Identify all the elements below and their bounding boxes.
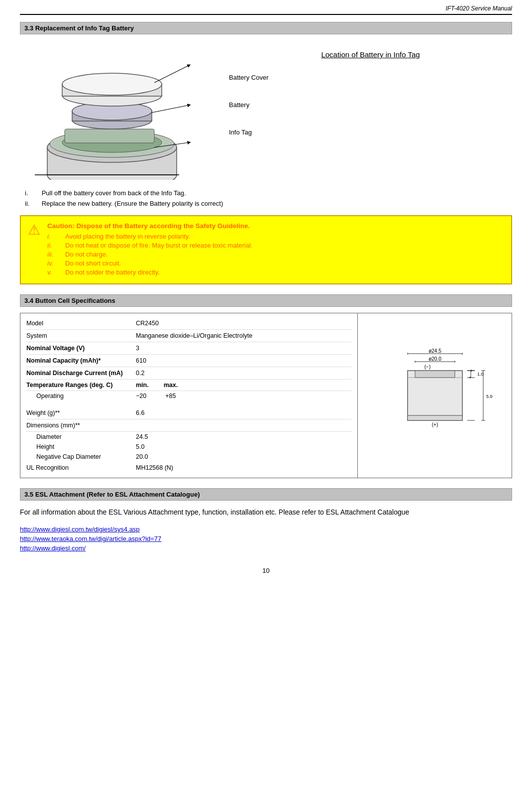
spec-value-voltage: 3 — [136, 345, 139, 352]
caution-item-iv: iv. Do not short circuit. — [47, 260, 504, 267]
spec-value-system: Manganese dioxide–Li/Organic Electrolyte — [136, 332, 252, 339]
manual-title: IFT-4020 Service Manual — [445, 5, 512, 12]
battery-dimension-svg: ø24.5 ø20.0 (−) — [368, 346, 502, 445]
page-number: 10 — [20, 567, 512, 574]
svg-point-11 — [62, 73, 162, 95]
svg-rect-27 — [408, 415, 462, 420]
spec-value-ul: MH12568 (N) — [136, 464, 173, 471]
spec-row-weight: Weight (g)** 6.6 — [26, 407, 351, 419]
spec-row-temp: Temperature Ranges (deg. C) min. max. — [26, 380, 351, 391]
svg-line-12 — [154, 65, 189, 83]
caution-box: ⚠ Caution: Dispose of the Battery accord… — [20, 215, 512, 284]
battery-cover-label: Battery Cover — [229, 74, 268, 81]
links-container: http://www.digiesl.com.tw/digiesl/sys4.a… — [20, 526, 512, 552]
spec-row-model: Model CR2450 — [26, 317, 351, 330]
warning-icon: ⚠ — [28, 223, 40, 237]
section-35-header: 3.5 ESL Attachment (Refer to ESL Attachm… — [20, 488, 512, 501]
link-2[interactable]: http://www.teraoka.com.tw/digi/article.a… — [20, 535, 512, 542]
specs-diagram: ø24.5 ø20.0 (−) — [357, 313, 512, 478]
page-container: IFT-4020 Service Manual 3.3 Replacement … — [0, 0, 532, 795]
spec-value-discharge: 0.2 — [136, 370, 144, 377]
svg-line-13 — [152, 105, 189, 113]
info-tag-label-line: Info Tag — [229, 129, 512, 136]
instruction-i: Pull off the battery cover from back of … — [25, 189, 512, 197]
caution-title: Caution: Dispose of the Battery accordin… — [47, 222, 504, 230]
spec-value-weight: 6.6 — [136, 409, 144, 416]
link-3[interactable]: http://www.digiesl.com/ — [20, 544, 512, 552]
info-tag-label: Info Tag — [229, 129, 252, 136]
spec-row-height: Height 5.0 — [26, 442, 351, 452]
svg-text:ø24.5: ø24.5 — [428, 348, 441, 354]
instruction-ii: Replace the new battery. (Ensure the Bat… — [25, 200, 512, 207]
specs-left: Model CR2450 System Manganese dioxide–Li… — [20, 313, 357, 478]
spec-row-discharge: Nominal Discharge Current (mA) 0.2 — [26, 367, 351, 380]
specs-table: Model CR2450 System Manganese dioxide–Li… — [20, 313, 512, 478]
page-header: IFT-4020 Service Manual — [20, 5, 512, 15]
svg-rect-5 — [65, 129, 154, 143]
caution-item-i: i. Avoid placing the battery in reverse … — [47, 233, 504, 240]
caution-list: i. Avoid placing the battery in reverse … — [47, 233, 504, 276]
spec-row-ul: UL Recognition MH12568 (N) — [26, 462, 351, 474]
section-35: 3.5 ESL Attachment (Refer to ESL Attachm… — [20, 488, 512, 552]
svg-text:5.0: 5.0 — [486, 394, 493, 399]
instructions-list: Pull off the battery cover from back of … — [20, 189, 512, 207]
spec-row-diameter: Diameter 24.5 — [26, 432, 351, 442]
esl-text: For all information about the ESL Variou… — [20, 507, 512, 518]
svg-rect-25 — [408, 371, 462, 420]
svg-text:(−): (−) — [424, 364, 430, 370]
spec-value-capacity: 610 — [136, 357, 146, 364]
diagram-title: Location of Battery in Info Tag — [229, 50, 512, 59]
battery-cover-label-line: Battery Cover — [229, 74, 512, 81]
caution-content: Caution: Dispose of the Battery accordin… — [47, 222, 504, 277]
spec-row-voltage: Nominal Voltage (V) 3 — [26, 342, 351, 355]
battery-svg — [20, 40, 214, 180]
section-34-header: 3.4 Button Cell Specifications — [20, 294, 512, 307]
svg-text:1.0: 1.0 — [477, 372, 484, 377]
caution-item-ii: ii. Do not heat or dispose of fire. May … — [47, 242, 504, 249]
spec-row-capacity: Nominal Capacity (mAh)* 610 — [26, 355, 351, 367]
section-33: 3.3 Replacement of Info Tag Battery — [20, 22, 512, 284]
section-34: 3.4 Button Cell Specifications Model CR2… — [20, 294, 512, 478]
caution-item-v: v. Do not solder the battery directly. — [47, 268, 504, 276]
battery-diagram-area — [20, 40, 219, 181]
spec-row-neg-cap: Negative Cap Diameter 20.0 — [26, 452, 351, 462]
spec-value-model: CR2450 — [136, 320, 159, 327]
svg-text:(+): (+) — [431, 422, 438, 427]
diagram-area: Location of Battery in Info Tag Battery … — [20, 40, 512, 181]
svg-rect-26 — [415, 371, 455, 378]
spec-row-operating: Operating −20 +85 — [26, 391, 351, 401]
battery-label-line: Battery — [229, 101, 512, 109]
battery-label: Battery — [229, 101, 249, 109]
link-1[interactable]: http://www.digiesl.com.tw/digiesl/sys4.a… — [20, 526, 512, 533]
spec-row-dimensions: Dimensions (mm)** — [26, 419, 351, 432]
caution-item-iii: iii. Do not charge. — [47, 251, 504, 258]
section-33-header: 3.3 Replacement of Info Tag Battery — [20, 22, 512, 34]
spec-row-system: System Manganese dioxide–Li/Organic Elec… — [26, 330, 351, 342]
diagram-labels: Location of Battery in Info Tag Battery … — [219, 40, 512, 156]
svg-text:ø20.0: ø20.0 — [428, 356, 441, 362]
